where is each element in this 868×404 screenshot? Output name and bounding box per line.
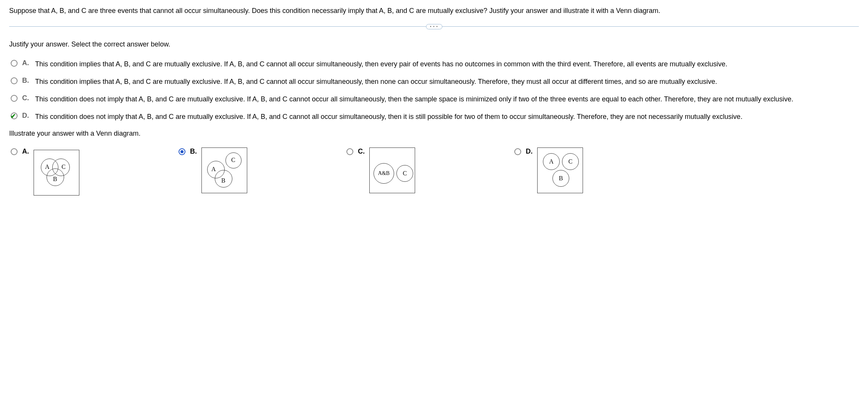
- option-c-text: This condition does not imply that A, B,…: [35, 94, 859, 104]
- venn-a-letter: A.: [22, 147, 29, 156]
- option-b-row[interactable]: B. This condition implies that A, B, and…: [11, 77, 859, 87]
- venn-b-label-C: C: [231, 157, 235, 164]
- venn-a-label-A: A: [45, 164, 50, 170]
- venn-d-label-A: A: [549, 158, 554, 165]
- venn-option-b[interactable]: B. A B C: [179, 147, 247, 193]
- venn-instruction: Illustrate your answer with a Venn diagr…: [9, 130, 859, 138]
- venn-diagram-a: A C B: [34, 150, 79, 196]
- venn-radio-c[interactable]: [346, 148, 353, 155]
- venn-d-circle-C: C: [562, 153, 579, 170]
- option-c-row[interactable]: C. This condition does not imply that A,…: [11, 94, 859, 104]
- question-text: Suppose that A, B, and C are three event…: [9, 6, 859, 16]
- option-a-row[interactable]: A. This condition implies that A, B, and…: [11, 59, 859, 69]
- venn-d-circle-A: A: [543, 153, 560, 170]
- venn-d-label-B: B: [559, 175, 563, 182]
- justify-instruction: Justify your answer. Select the correct …: [9, 40, 859, 48]
- venn-c-circle-C: C: [396, 165, 413, 182]
- venn-d-circle-B: B: [552, 170, 569, 187]
- venn-b-label-B: B: [221, 177, 225, 184]
- venn-b-label-A: A: [211, 166, 216, 173]
- venn-diagram-d: A C B: [537, 147, 583, 193]
- venn-b-letter: B.: [190, 147, 197, 156]
- venn-diagram-c: A&B C: [369, 147, 415, 193]
- option-c-letter: C.: [22, 94, 31, 102]
- venn-b-circle-B: B: [215, 170, 232, 188]
- venn-c-circle-AB: A&B: [374, 163, 394, 184]
- venn-option-d[interactable]: D. A C B: [514, 147, 583, 193]
- radio-d[interactable]: ✔: [11, 112, 18, 119]
- venn-d-letter: D.: [526, 147, 533, 156]
- venn-c-label-C: C: [403, 170, 407, 177]
- justify-options: A. This condition implies that A, B, and…: [11, 59, 859, 122]
- venn-c-letter: C.: [358, 147, 365, 156]
- divider-handle[interactable]: • • •: [426, 24, 442, 29]
- venn-b-circle-C: C: [225, 152, 242, 168]
- option-a-text: This condition implies that A, B, and C …: [35, 59, 859, 69]
- radio-c[interactable]: [11, 95, 18, 102]
- venn-diagram-b: A B C: [201, 147, 247, 193]
- checkmark-icon: ✔: [10, 112, 16, 120]
- section-divider: • • •: [9, 26, 859, 27]
- venn-a-label-B: B: [53, 176, 57, 183]
- venn-option-c[interactable]: C. A&B C: [346, 147, 415, 193]
- venn-radio-b[interactable]: [179, 148, 185, 155]
- venn-a-circle-B: B: [47, 168, 64, 186]
- option-a-letter: A.: [22, 59, 31, 67]
- option-d-text: This condition does not imply that A, B,…: [35, 112, 859, 122]
- radio-b[interactable]: [11, 77, 18, 84]
- venn-options-row: A. A C B B. A B C C. A&B C: [11, 147, 859, 196]
- option-b-letter: B.: [22, 77, 31, 85]
- option-d-letter: D.: [22, 112, 31, 120]
- venn-section: Illustrate your answer with a Venn diagr…: [9, 130, 859, 196]
- venn-option-a[interactable]: A. A C B: [11, 147, 79, 196]
- venn-a-label-C: C: [61, 164, 66, 170]
- option-d-row[interactable]: ✔ D. This condition does not imply that …: [11, 112, 859, 122]
- venn-d-label-C: C: [568, 158, 573, 165]
- venn-c-label-AB: A&B: [378, 170, 390, 176]
- radio-a[interactable]: [11, 60, 18, 67]
- venn-radio-d[interactable]: [514, 148, 521, 155]
- venn-radio-a[interactable]: [11, 148, 18, 155]
- option-b-text: This condition implies that A, B, and C …: [35, 77, 859, 87]
